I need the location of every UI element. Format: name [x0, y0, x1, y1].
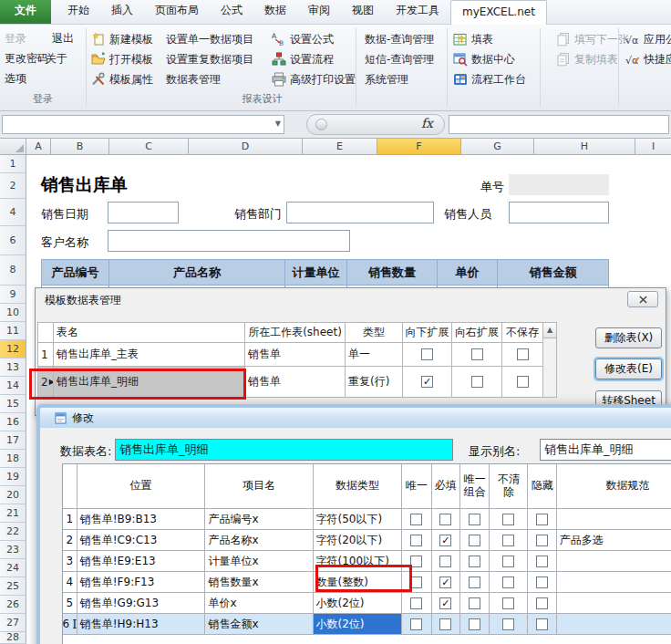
ribbon-button-query_col-0[interactable]: 数据-查询管理 — [365, 29, 434, 49]
dialog2-cell-data-type[interactable]: 数量(整数) — [314, 572, 403, 593]
checkbox-unchecked[interactable] — [536, 556, 548, 567]
ribbon-tab-7[interactable]: 开发工具 — [385, 0, 450, 24]
checkbox-unchecked[interactable] — [471, 348, 483, 360]
dialog2-row-5[interactable]: 5销售单!G9:G13单价x小数(2位)✓ — [63, 593, 671, 614]
dialog2-row-4[interactable]: 4销售单!F9:F13销售数量x数量(整数)✓ — [63, 572, 671, 593]
checkbox-unchecked[interactable] — [536, 576, 548, 588]
checkbox-unchecked[interactable] — [502, 535, 514, 546]
ribbon-button-login-1-0[interactable]: 更改密码 — [5, 49, 48, 68]
order-no-field[interactable] — [509, 174, 609, 195]
checkbox-unchecked[interactable] — [410, 535, 422, 546]
ribbon-button-fill-form[interactable]: 填表 — [453, 29, 526, 49]
row-header-28[interactable]: 28 — [0, 632, 26, 644]
ribbon-button-login-2-0[interactable]: 选项 — [5, 69, 26, 88]
checkbox-unchecked[interactable] — [410, 597, 422, 609]
dialog1-row-2[interactable]: 2▶销售出库单_明细销售单重复(行)✓ — [38, 367, 543, 398]
checkbox-unchecked[interactable] — [469, 535, 480, 546]
checkbox-unchecked[interactable] — [517, 348, 529, 360]
checkbox-unchecked[interactable] — [421, 348, 433, 360]
product-col-header-3[interactable]: 销售数量 — [347, 259, 438, 286]
tab-file[interactable]: 文件 — [0, 0, 51, 24]
row-header-20[interactable]: 20 — [0, 486, 26, 504]
ribbon-button-printer[interactable]: 高级打印设置 — [272, 69, 356, 89]
column-header-H[interactable]: H — [534, 139, 635, 155]
product-col-header-5[interactable]: 销售金额 — [498, 259, 609, 286]
dialog1-row-1[interactable]: 1销售出库单_主表销售单单一 — [38, 343, 543, 367]
dialog1-cell-name[interactable]: 销售出库单_明细 — [54, 367, 245, 398]
checkbox-unchecked[interactable] — [502, 618, 514, 630]
row-header-21[interactable]: 21 — [0, 504, 26, 523]
dialog2-cell-position[interactable]: 销售单!E9:E13 — [77, 551, 206, 572]
checkbox-unchecked[interactable] — [469, 618, 480, 630]
row-header-15[interactable]: 15 — [0, 395, 26, 413]
ribbon-button-apply-formula[interactable]: √α应用公式 — [625, 29, 671, 49]
dialog1-cell-sheet[interactable]: 销售单 — [245, 367, 346, 398]
checkbox-unchecked[interactable] — [502, 597, 514, 609]
row-header-18[interactable]: 18 — [0, 450, 26, 468]
checkbox-checked[interactable]: ✓ — [439, 576, 451, 588]
column-header-A[interactable]: A — [26, 139, 51, 155]
checkbox-unchecked[interactable] — [410, 576, 422, 588]
ribbon-button-workbench[interactable]: 流程工作台 — [453, 69, 526, 89]
alias-input[interactable]: 销售出库单_明细 — [540, 439, 671, 461]
dialog2-row-num[interactable]: 1 — [63, 509, 77, 530]
dialog2-cell-position[interactable]: 销售单!F9:F13 — [77, 572, 206, 593]
column-header-C[interactable]: C — [109, 139, 189, 155]
checkbox-unchecked[interactable] — [536, 535, 548, 546]
row-header-14[interactable]: 14 — [0, 377, 26, 395]
dialog1-cell-type[interactable]: 重复(行) — [346, 367, 403, 398]
name-box[interactable]: ▼ — [2, 115, 284, 134]
row-header-24[interactable]: 24 — [0, 559, 26, 577]
checkbox-unchecked[interactable] — [469, 514, 480, 525]
checkbox-unchecked[interactable] — [410, 514, 422, 525]
dialog2-row-2[interactable]: 2销售单!C9:C13产品名称x字符(20以下)✓产品多选 — [63, 530, 671, 551]
ribbon-tab-5[interactable]: 审阅 — [297, 0, 341, 24]
dialog2-cell-data-spec[interactable] — [557, 551, 671, 572]
row-header-19[interactable]: 19 — [0, 468, 26, 486]
column-header-B[interactable]: B — [51, 139, 109, 155]
column-header-F[interactable]: F — [377, 139, 461, 155]
ribbon-button-query_col-2[interactable]: 系统管理 — [365, 69, 434, 89]
customer-field[interactable] — [108, 230, 350, 252]
ribbon-button-template-properties[interactable]: 模板属性 — [91, 69, 153, 89]
checkbox-unchecked[interactable] — [536, 597, 548, 609]
ribbon-tab-3[interactable]: 公式 — [210, 0, 253, 24]
ribbon-button-data-center[interactable]: 数据中心 — [453, 49, 526, 69]
checkbox-checked[interactable]: ✓ — [439, 597, 451, 609]
checkbox-unchecked[interactable] — [536, 618, 548, 630]
ribbon-button-item_col-0[interactable]: 设置单一数据项目 — [166, 29, 253, 49]
product-col-header-1[interactable]: 产品名称 — [109, 259, 285, 286]
row-header-13[interactable]: 13 — [0, 358, 26, 377]
dialog2-row-num[interactable]: 3 — [63, 551, 77, 572]
dialog2-cell-data-type[interactable]: 字符(100以下) — [314, 551, 403, 572]
dialog2-row-6[interactable]: 6I销售单!H9:H13销售金额x小数(2位) — [63, 614, 671, 635]
ribbon-button-open-template[interactable]: 打开模板 — [91, 49, 153, 69]
checkbox-unchecked[interactable] — [439, 618, 451, 630]
dialog2-cell-position[interactable]: 销售单!H9:H13 — [77, 614, 206, 635]
checkbox-unchecked[interactable] — [410, 618, 422, 630]
dialog2-cell-position[interactable]: 销售单!C9:C13 — [77, 530, 206, 551]
checkbox-unchecked[interactable] — [471, 376, 483, 388]
dialog2-cell-data-type[interactable]: 字符(20以下) — [314, 530, 403, 551]
row-header-10[interactable]: 10 — [0, 304, 26, 322]
row-header-11[interactable]: 11 — [0, 322, 26, 340]
dialog2-cell-data-spec[interactable] — [557, 572, 671, 593]
row-header-17[interactable]: 17 — [0, 431, 26, 450]
checkbox-unchecked[interactable] — [469, 556, 480, 567]
dialog2-cell-data-type[interactable]: 字符(50以下) — [314, 509, 403, 530]
sale-dept-field[interactable] — [286, 202, 434, 223]
checkbox-checked[interactable]: ✓ — [439, 535, 451, 546]
ribbon-button-set-flow[interactable]: 设置流程 — [272, 49, 356, 69]
row-header-16[interactable]: 16 — [0, 413, 26, 431]
dialog1-scrollbar[interactable]: ▲ — [542, 322, 557, 398]
dialog2-row-num[interactable]: 4 — [63, 572, 77, 593]
row-header-1[interactable]: 1 — [0, 155, 26, 173]
row-header-25[interactable]: 25 — [0, 577, 26, 596]
close-icon[interactable] — [627, 291, 658, 307]
dialog2-cell-data-type[interactable]: 小数(2位) — [314, 614, 403, 635]
sale-date-field[interactable] — [108, 202, 179, 223]
ribbon-tab-6[interactable]: 视图 — [341, 0, 385, 24]
ribbon-tab-2[interactable]: 页面布局 — [144, 0, 210, 24]
dialog2-cell-data-spec[interactable] — [557, 593, 671, 614]
checkbox-unchecked[interactable] — [502, 556, 514, 567]
